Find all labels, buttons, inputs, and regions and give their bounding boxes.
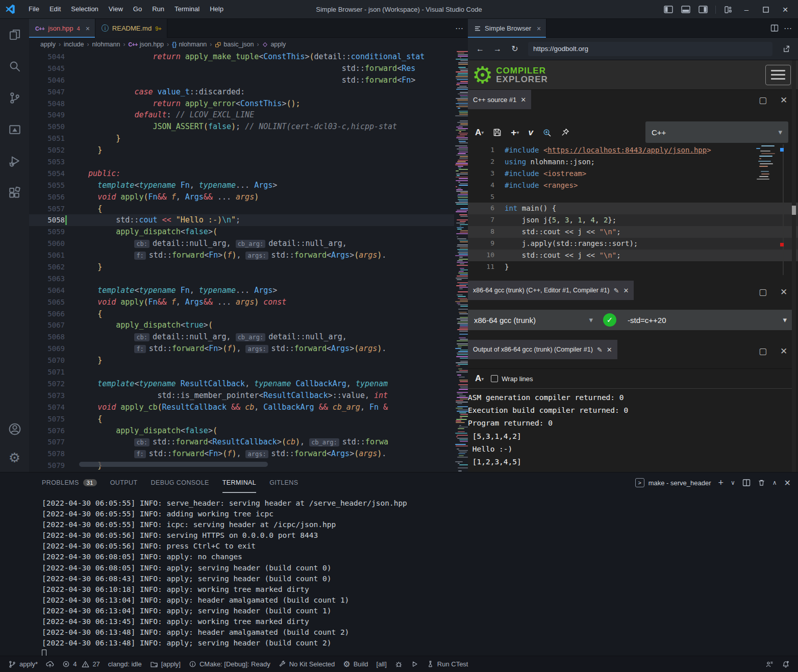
ce-code-line[interactable]: 6int main() { [468, 203, 798, 214]
ce-code-line[interactable]: 8 std::cout << j << "\n"; [468, 226, 798, 238]
status-cmake-debug[interactable] [391, 658, 407, 670]
split-editor-icon[interactable] [770, 24, 779, 32]
menu-view[interactable]: View [104, 3, 128, 16]
forward-icon[interactable]: → [490, 42, 505, 56]
panel-tab-problems[interactable]: PROBLEMS31 [42, 472, 97, 493]
close-pane-icon[interactable]: ✕ [780, 287, 787, 297]
menu-edit[interactable]: Edit [44, 3, 66, 16]
activity-run-debug-icon[interactable] [0, 145, 29, 177]
maximize-panel-icon[interactable]: ∧ [772, 479, 777, 486]
code-line[interactable]: 5068 cb:detail::null_arg, cb_arg:detail:… [29, 331, 468, 343]
maximize-pane-icon[interactable]: ▢ [759, 346, 767, 357]
code-line[interactable]: 5046 std::forward<Fn> [29, 74, 468, 86]
menu-help[interactable]: Help [205, 3, 229, 16]
code-line[interactable]: 5044 return apply_make_tuple<ConstThis>(… [29, 51, 468, 63]
chevron-down-icon[interactable]: ▾ [783, 315, 787, 325]
code-line[interactable]: 5051 } [29, 133, 468, 144]
status-clangd-status[interactable]: clangd: idle [104, 658, 146, 670]
code-line[interactable]: 5056 void apply(Fn&& f, Args&& ... args) [29, 191, 468, 203]
panel-tab-debug-console[interactable]: DEBUG CONSOLE [151, 472, 209, 493]
status-cmake-status[interactable]: CMake: [Debug]: Ready [185, 658, 275, 670]
code-line[interactable]: 5072 template<typename ResultCallback, t… [29, 378, 468, 390]
terminal-dropdown-icon[interactable]: ∨ [731, 479, 735, 486]
code-editor[interactable]: 5044 return apply_make_tuple<ConstThis>(… [29, 51, 468, 472]
code-line[interactable]: 5078 f:std::forward<Fn>(f), args:std::fo… [29, 448, 468, 460]
menu-file[interactable]: File [23, 3, 44, 16]
close-pane-icon[interactable]: ✕ [780, 346, 787, 357]
toggle-sidebar-icon[interactable] [661, 3, 676, 16]
save-icon[interactable] [493, 128, 502, 137]
code-line[interactable]: 5053 [29, 156, 468, 168]
terminal-profile[interactable]: > make - serve_header [635, 478, 711, 487]
code-line[interactable]: 5059 apply_dispatch<false>( [29, 226, 468, 238]
tab-README.md[interactable]: ⓘREADME.md9+ [95, 19, 167, 38]
activity-extensions-icon[interactable] [0, 177, 29, 209]
toggle-secondary-sidebar-icon[interactable] [695, 3, 711, 16]
status-notifications[interactable] [778, 658, 794, 670]
source-pane-tab[interactable]: C++ source #1 ✕ [468, 90, 531, 109]
status-cmake-target[interactable]: [all] [372, 658, 391, 670]
code-line[interactable]: 5058 std::cout << "Hello :-)\n"; [29, 214, 468, 226]
activity-search-icon[interactable] [0, 51, 29, 82]
ce-source-editor[interactable]: 1#include <https://localhost:8443/apply/… [468, 144, 798, 275]
font-size-icon[interactable]: A▾ [475, 128, 484, 138]
compiler-explorer-logo[interactable]: ⚙ COMPILER EXPLORER [468, 63, 548, 87]
close-output-icon[interactable]: ✕ [607, 346, 612, 354]
activity-account-icon[interactable] [0, 415, 29, 443]
back-icon[interactable]: ← [473, 42, 487, 56]
status-problems-summary[interactable]: 427 [58, 658, 104, 670]
menu-terminal[interactable]: Terminal [169, 3, 205, 16]
minimize-button[interactable]: – [738, 2, 755, 17]
code-line[interactable]: 5047 case value_t::discarded: [29, 86, 468, 98]
code-line[interactable]: 5048 return apply_error<ConstThis>(); [29, 98, 468, 110]
code-line[interactable]: 5050 JSON_ASSERT(false); // NOLINT(cert-… [29, 121, 468, 133]
code-line[interactable]: 5062 } [29, 261, 468, 273]
code-line[interactable]: 5067 apply_dispatch<true>( [29, 319, 468, 331]
ce-code-line[interactable]: 4#include <ranges> [468, 180, 798, 191]
code-line[interactable]: 5055 template<typename Fn, typename... A… [29, 180, 468, 191]
minimap[interactable] [454, 51, 468, 472]
close-source-icon[interactable]: ✕ [520, 96, 526, 104]
ce-code-line[interactable]: 7 json j{5, 3, 1, 4, 2}; [468, 214, 798, 226]
panel-tab-terminal[interactable]: TERMINAL [222, 472, 256, 493]
menu-go[interactable]: Go [128, 3, 147, 16]
toggle-panel-icon[interactable] [678, 3, 693, 16]
ce-code-line[interactable]: 3#include <iostream> [468, 168, 798, 180]
compiler-pane-tab[interactable]: x86-64 gcc (trunk) (C++, Editor #1, Comp… [468, 281, 634, 300]
code-line[interactable]: 5071 [29, 366, 468, 378]
ce-code-line[interactable]: 9 j.apply(std::ranges::sort); [468, 238, 798, 250]
url-input[interactable]: https://godbolt.org [528, 42, 772, 56]
ce-code-line[interactable]: 2using nlohmann::json; [468, 156, 798, 168]
menu-selection[interactable]: Selection [66, 3, 103, 16]
status-cmake-kit[interactable]: No Kit Selected [275, 658, 339, 670]
code-line[interactable]: 5069 f:std::forward<Fn>(f), args:std::fo… [29, 343, 468, 355]
tab-json.hpp[interactable]: C++json.hpp4× [29, 19, 95, 38]
rename-pane-icon[interactable]: ✎ [613, 287, 619, 294]
code-line[interactable]: 5077 cb:std::forward<ResultCallback>(cb)… [29, 436, 468, 448]
activity-settings-icon[interactable]: ⚙ [0, 443, 29, 472]
panel-tab-gitlens[interactable]: GITLENS [269, 472, 298, 493]
code-line[interactable]: 5073 std::is_member_pointer<ResultCallba… [29, 390, 468, 402]
code-line[interactable]: 5049 default: // LCOV_EXCL_LINE [29, 109, 468, 121]
code-line[interactable]: 5063 [29, 273, 468, 285]
breadcrumb-item-apply[interactable]: apply [262, 41, 286, 48]
status-cmake-build[interactable]: ⚙Build [339, 658, 372, 670]
ce-code-line[interactable]: 1#include <https://localhost:8443/apply/… [468, 144, 798, 156]
page-scrollbar[interactable] [792, 60, 796, 472]
status-cmake-launch[interactable] [407, 658, 422, 670]
code-line[interactable]: 5052 } [29, 144, 468, 156]
compiler-select[interactable]: x86-64 gcc (trunk) ▾ [468, 315, 598, 325]
language-select[interactable]: C++ ▾ [645, 121, 788, 143]
maximize-pane-icon[interactable]: ▢ [759, 287, 767, 297]
terminal-output[interactable]: [2022-04-30 06:05:55] INFO: serve_header… [42, 498, 787, 651]
code-line[interactable]: 5054 public: [29, 168, 468, 180]
wrap-lines-toggle[interactable]: Wrap lines [491, 375, 533, 383]
font-size-icon[interactable]: A▾ [475, 374, 484, 384]
code-line[interactable]: 5060 cb:detail::null_arg, cb_arg:detail:… [29, 238, 468, 250]
horizontal-scrollbar[interactable] [79, 462, 268, 467]
code-line[interactable]: 5075 { [29, 413, 468, 425]
status-publish-changes[interactable] [42, 658, 58, 670]
code-line[interactable]: 5045 std::forward<Res [29, 63, 468, 74]
close-window-button[interactable]: × [777, 2, 794, 17]
code-line[interactable]: 5070 } [29, 355, 468, 366]
